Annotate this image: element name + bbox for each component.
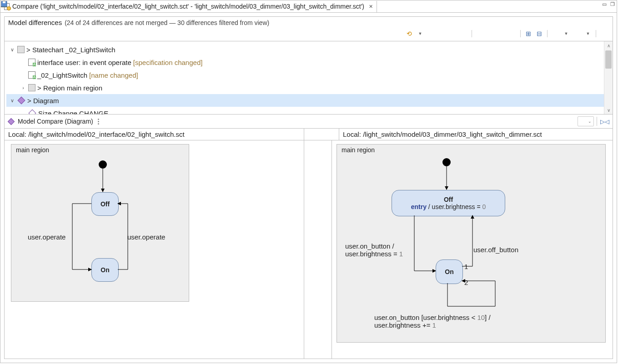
tree-label: Size Change CHANGE bbox=[38, 110, 108, 115]
differences-title: Model differences bbox=[8, 19, 62, 26]
element-icon bbox=[28, 71, 35, 79]
left-diagram-pane[interactable]: main region Off On user.operate user.ope… bbox=[5, 140, 304, 359]
dropdown-icon[interactable]: ▼ bbox=[561, 29, 571, 38]
diagram-connector bbox=[304, 140, 332, 359]
reject-left-icon[interactable] bbox=[497, 29, 507, 38]
filter-icon[interactable] bbox=[572, 29, 582, 38]
state-label: On bbox=[445, 268, 453, 275]
state-off[interactable]: Off bbox=[91, 192, 119, 216]
scroll-thumb[interactable] bbox=[605, 50, 612, 69]
tree-row-diagram[interactable]: ∨ > Diagram bbox=[6, 94, 613, 107]
dropdown-icon[interactable]: ⌄ bbox=[578, 116, 594, 126]
close-icon[interactable]: ✕ bbox=[368, 4, 374, 10]
change-icon bbox=[29, 110, 36, 114]
maximize-icon[interactable]: ❐ bbox=[610, 1, 615, 7]
copy-left-icon[interactable] bbox=[426, 29, 436, 38]
tree-note: [specification changed] bbox=[133, 59, 203, 66]
tree-row-interface[interactable]: interface user: in event operate [specif… bbox=[6, 56, 613, 69]
tree-row-name[interactable]: _02_LightSwitch [name changed] bbox=[6, 69, 613, 81]
tree-row-statechart[interactable]: ∨ > Statechart _02_LightSwitch bbox=[6, 43, 613, 56]
diagram-icon bbox=[18, 97, 25, 105]
group-icon[interactable] bbox=[550, 29, 560, 38]
state-off[interactable]: Off entry / user.brightness = 0 bbox=[392, 190, 505, 216]
tree-row-size-change[interactable]: Size Change CHANGE bbox=[6, 107, 613, 114]
swap-sides-icon[interactable]: ▷◁ bbox=[600, 117, 610, 126]
state-label: Off bbox=[100, 200, 110, 208]
expand-icon[interactable]: › bbox=[20, 85, 26, 90]
scroll-down-icon[interactable]: ∨ bbox=[604, 106, 613, 114]
dropdown-icon[interactable]: ▼ bbox=[583, 29, 593, 38]
transition-label: user.on_button /user.brightness = 1 bbox=[345, 242, 403, 258]
left-path: Local: /light_switch/model/02_interface/… bbox=[5, 129, 304, 140]
minimize-icon[interactable]: ▭ bbox=[602, 1, 607, 7]
save-icon[interactable] bbox=[599, 29, 609, 38]
differences-header: Model differences (24 of 24 differences … bbox=[5, 17, 613, 28]
tree-row-region[interactable]: › > Region main region bbox=[6, 81, 613, 94]
dropdown-icon[interactable]: ▼ bbox=[415, 29, 425, 38]
transition-label: user.on_button [user.brightness < 10] / … bbox=[374, 314, 491, 329]
compare-panel-title: Model Compare (Diagram) bbox=[18, 118, 93, 125]
entry-action: entry / user.brightness = 0 bbox=[411, 203, 486, 210]
initial-state bbox=[99, 160, 107, 169]
tree-label: interface user: in event operate bbox=[37, 59, 131, 66]
compare-editor-icon bbox=[3, 3, 10, 10]
state-label: On bbox=[100, 266, 109, 274]
transition-label: user.operate bbox=[28, 233, 65, 241]
tree-label: > Diagram bbox=[27, 97, 59, 105]
accept-right-icon[interactable] bbox=[486, 29, 496, 38]
drag-handle-icon[interactable] bbox=[98, 119, 99, 125]
element-icon bbox=[28, 59, 35, 66]
diff-toolbar: ⟲ ▼ ⊞ ⊟ ▼ ▼ bbox=[5, 28, 613, 41]
tree-label: > Region main region bbox=[37, 84, 102, 92]
accept-left-icon[interactable] bbox=[475, 29, 485, 38]
reject-right-icon[interactable] bbox=[507, 29, 518, 38]
copy-right-icon[interactable] bbox=[437, 29, 447, 38]
collapse-all-icon[interactable]: ⊟ bbox=[534, 29, 544, 38]
state-on[interactable]: On bbox=[436, 259, 463, 284]
collapse-icon[interactable]: ∨ bbox=[9, 47, 15, 53]
port-label: 1 bbox=[464, 263, 468, 270]
port-label: 2 bbox=[464, 279, 468, 286]
diagram-icon bbox=[8, 118, 15, 125]
tree-scrollbar[interactable]: ∧ ∨ bbox=[604, 41, 613, 114]
scroll-up-icon[interactable]: ∧ bbox=[604, 41, 613, 50]
tab-title: Compare ('light_switch/model/02_interfac… bbox=[12, 3, 364, 10]
state-label: Off bbox=[444, 196, 453, 203]
copy-all-left-icon[interactable] bbox=[448, 29, 458, 38]
region-label: main region bbox=[342, 146, 375, 154]
region-label: main region bbox=[16, 146, 49, 154]
statechart-icon bbox=[17, 46, 25, 53]
right-path: Local: /light_switch/model/03_dimmer/03_… bbox=[339, 129, 613, 140]
tree-label: > Statechart _02_LightSwitch bbox=[26, 46, 116, 54]
tree-label: _02_LightSwitch bbox=[37, 71, 87, 79]
state-on[interactable]: On bbox=[91, 258, 119, 282]
tree-note: [name changed] bbox=[89, 71, 138, 79]
transition-label: user.off_button bbox=[473, 246, 518, 254]
right-diagram-pane[interactable]: main region Off entry / user.brightness … bbox=[332, 140, 613, 359]
expand-all-icon[interactable]: ⊞ bbox=[523, 29, 533, 38]
undo-icon[interactable]: ⟲ bbox=[404, 29, 414, 38]
diff-tree[interactable]: ∨ > Statechart _02_LightSwitch interface… bbox=[5, 41, 613, 114]
differences-summary: (24 of 24 differences are not merged — 3… bbox=[65, 19, 269, 26]
tab-bar: Compare ('light_switch/model/02_interfac… bbox=[0, 0, 617, 13]
copy-all-right-icon[interactable] bbox=[459, 29, 469, 38]
collapse-icon[interactable]: ∨ bbox=[9, 98, 15, 104]
transition-label: user.operate bbox=[127, 233, 165, 241]
initial-state bbox=[442, 158, 451, 166]
region-icon bbox=[28, 84, 35, 91]
editor-tab[interactable]: Compare ('light_switch/model/02_interfac… bbox=[0, 1, 377, 12]
